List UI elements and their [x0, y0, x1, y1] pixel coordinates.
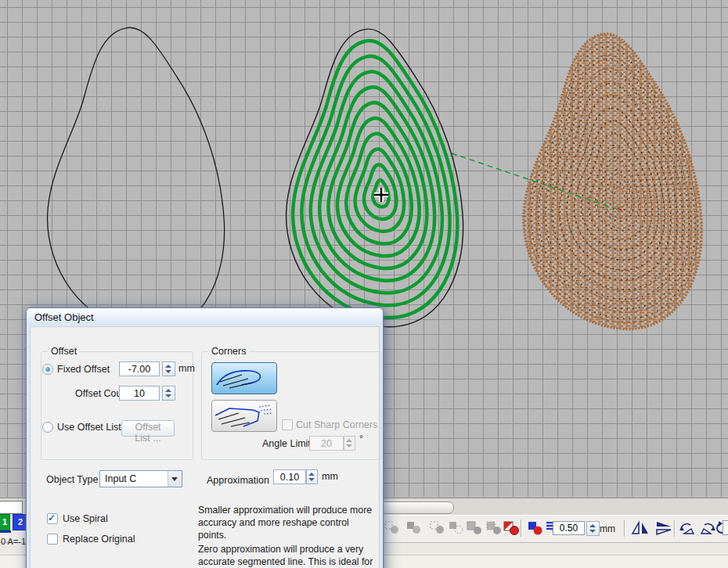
object-type-dropdown[interactable]: Input C — [99, 470, 182, 487]
boolean-op-6-icon[interactable] — [485, 520, 503, 536]
angle-input-fragment[interactable] — [723, 520, 728, 535]
dialog-titlebar[interactable]: Offset Object — [27, 308, 383, 325]
cut-sharp-corners-label: Cut Sharp Corners — [296, 419, 377, 430]
round-corners-icon — [212, 365, 273, 392]
corners-group-label: Corners — [208, 346, 249, 357]
spiral-offset-object — [287, 29, 463, 327]
approximation-note-1: Smaller approximation will produce more … — [198, 504, 377, 541]
approximation-input[interactable] — [273, 469, 306, 484]
object-type-value: Input C — [105, 473, 136, 484]
offset-list-button[interactable]: Offset List ... — [121, 420, 175, 437]
angle-limit-label: Angle Limit — [262, 438, 311, 449]
sharp-corners-icon — [212, 402, 273, 430]
fixed-offset-unit: mm — [178, 363, 195, 374]
stitched-object — [524, 34, 702, 329]
object-type-label: Object Type — [46, 474, 98, 485]
fixed-offset-input[interactable] — [119, 361, 160, 376]
use-offset-list-radio[interactable] — [42, 422, 53, 433]
boolean-op-4-icon[interactable] — [448, 520, 465, 536]
embroidery-app-window: { "dialog": { "title": "Offset Object", … — [0, 0, 728, 568]
mirror-vertical-icon[interactable] — [654, 520, 674, 536]
boolean-op-1-icon[interactable] — [384, 520, 401, 536]
toolbar-separator — [521, 519, 522, 537]
boolean-op-2-icon[interactable] — [405, 520, 423, 536]
offset-group-label: Offset — [48, 346, 80, 357]
use-offset-list-label: Use Offset List — [57, 422, 121, 433]
boolean-op-5-icon[interactable] — [466, 520, 483, 536]
toolbar-separator — [674, 519, 676, 537]
sharp-corners-button[interactable] — [211, 400, 277, 432]
outline-object — [48, 27, 225, 332]
offset-count-spinner[interactable] — [162, 386, 175, 401]
knife-overlap-icon[interactable] — [503, 520, 520, 536]
fixed-offset-label: Fixed Offset — [57, 364, 110, 375]
angle-limit-spinner[interactable] — [344, 436, 355, 451]
palette-color-1[interactable]: 1 — [0, 514, 10, 530]
dialog-title: Offset Object — [34, 311, 94, 323]
chevron-down-icon[interactable] — [168, 471, 182, 487]
dialog-client-area: Offset Fixed Offset mm Offset Count Use … — [30, 326, 380, 568]
left-input-fragment[interactable] — [0, 501, 23, 514]
stitch-length-input[interactable] — [553, 521, 585, 535]
approximation-note-2: Zero approximation will produce a very a… — [198, 543, 377, 568]
stitch-length-spinner[interactable] — [586, 521, 600, 536]
approximation-unit: mm — [322, 471, 338, 482]
replace-original-label: Replace Original — [63, 534, 135, 545]
approximation-label: Approximation — [207, 475, 269, 486]
replace-original-checkbox[interactable] — [47, 534, 58, 545]
rotate-left-icon[interactable] — [678, 520, 697, 536]
mirror-horizontal-icon[interactable] — [630, 520, 651, 536]
fixed-offset-spinner[interactable] — [162, 361, 175, 376]
offset-object-dialog: Offset Object Offset Fixed Offset mm Off… — [26, 307, 384, 568]
round-corners-button[interactable] — [211, 362, 277, 394]
fixed-offset-radio[interactable] — [42, 364, 53, 375]
boolean-op-3-icon[interactable] — [429, 520, 446, 536]
use-spiral-label: Use Spiral — [63, 513, 108, 524]
cut-sharp-corners-checkbox[interactable] — [282, 419, 293, 430]
remove-overlaps-icon[interactable] — [527, 520, 544, 536]
offset-count-input[interactable] — [119, 386, 160, 401]
angle-limit-unit: ° — [359, 433, 363, 444]
use-spiral-checkbox[interactable] — [47, 513, 58, 524]
palette-selection-underline — [0, 530, 11, 533]
angle-limit-input[interactable] — [309, 436, 344, 451]
toolbar-separator — [624, 519, 625, 537]
approximation-spinner[interactable] — [306, 469, 318, 484]
stitch-length-unit: mm — [600, 523, 615, 534]
